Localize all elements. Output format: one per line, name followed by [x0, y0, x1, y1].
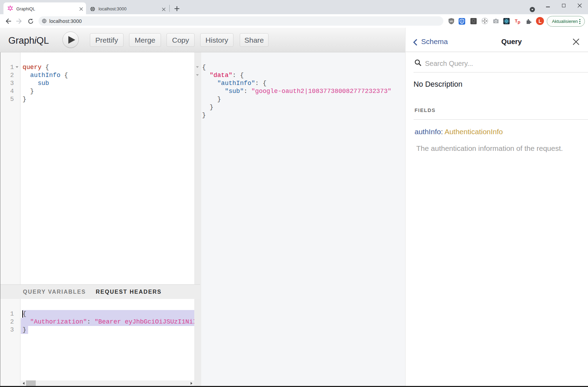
- svg-text:UO: UO: [450, 20, 453, 23]
- svg-text:p: p: [518, 19, 520, 24]
- svg-text:T: T: [515, 18, 518, 24]
